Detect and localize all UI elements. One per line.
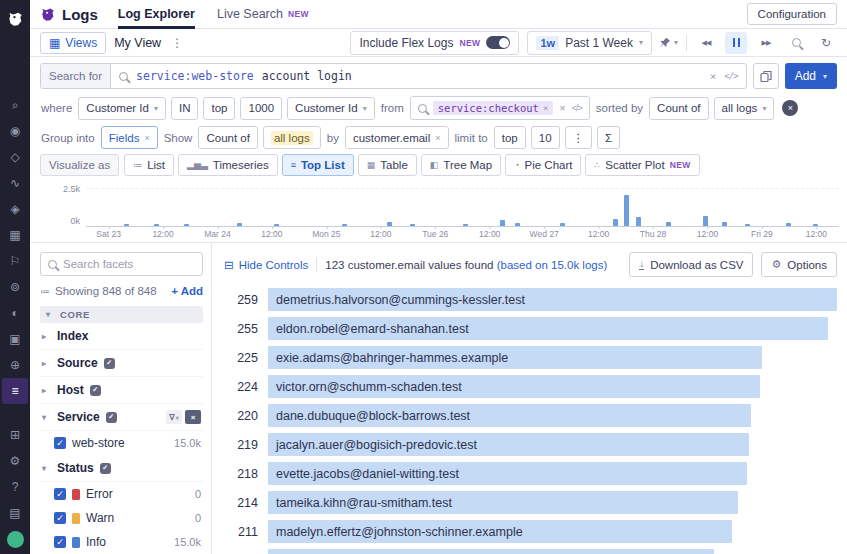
configuration-button[interactable]: Configuration xyxy=(747,3,837,25)
top-count-input[interactable]: 1000 xyxy=(240,97,282,120)
timeline-chart[interactable]: 2.5k 0k Sat 2312:00Mar 2412:00Mon 2512:0… xyxy=(30,182,847,242)
datadog-logo-icon[interactable] xyxy=(0,6,30,30)
remove-subquery-button[interactable]: × xyxy=(782,100,798,116)
facet-service[interactable]: ▾ Service ✓ ∇▾ × xyxy=(40,404,203,431)
facet-index[interactable]: ▸ Index xyxy=(40,323,203,350)
checkbox-icon[interactable]: ✓ xyxy=(54,488,66,500)
dashboards-icon[interactable]: ▦ xyxy=(2,222,28,248)
query-token-text[interactable]: account login xyxy=(262,69,352,83)
view-menu-button[interactable]: ⋮ xyxy=(169,36,185,50)
add-button[interactable]: Add ▾ xyxy=(785,63,837,89)
facet-source[interactable]: ▸ Source ✓ xyxy=(40,350,203,377)
docs-icon[interactable]: ▤ xyxy=(2,500,28,526)
table-row[interactable]: 220dane.dubuque@block-barrows.test xyxy=(224,404,837,427)
table-row[interactable]: 218evette.jacobs@daniel-witting.test xyxy=(224,462,837,485)
checkbox-icon[interactable]: ✓ xyxy=(54,536,66,548)
refresh-button[interactable]: ↻ xyxy=(815,32,837,54)
infrastructure-icon[interactable]: ◇ xyxy=(2,144,28,170)
based-on-link[interactable]: (based on 15.0k logs) xyxy=(497,259,608,271)
facet-value-row[interactable]: ✓web-store15.0k xyxy=(40,431,203,455)
metrics-icon[interactable]: ∿ xyxy=(2,170,28,196)
skip-back-button[interactable]: ◀◀ xyxy=(695,32,717,54)
search-input[interactable]: service:web-store account login × </> xyxy=(111,64,746,88)
viz-option-timeseries[interactable]: ▂▅▃Timeseries xyxy=(178,154,278,176)
facet-value-row[interactable]: ✓Error0 xyxy=(40,482,203,506)
measure-aggregation-select[interactable]: Count of xyxy=(198,126,257,149)
limit-direction-select[interactable]: top xyxy=(494,126,526,149)
add-facet-button[interactable]: + Add xyxy=(171,285,203,297)
sort-aggregation-select[interactable]: Count of xyxy=(649,97,708,120)
download-csv-button[interactable]: ↓ Download as CSV xyxy=(629,252,753,277)
viz-option-list[interactable]: ≔List xyxy=(124,154,174,176)
watchdog-icon[interactable]: ◉ xyxy=(2,118,28,144)
settings-icon[interactable]: ⚙ xyxy=(2,448,28,474)
user-avatar[interactable] xyxy=(7,531,24,548)
measure-target-select[interactable]: all logs xyxy=(263,126,321,149)
options-button[interactable]: ⚙ Options xyxy=(761,252,837,277)
table-row[interactable]: 219jacalyn.auer@bogisich-predovic.test xyxy=(224,433,837,456)
skip-forward-button[interactable]: ▶▶ xyxy=(755,32,777,54)
logs-icon[interactable]: ≡ xyxy=(2,378,28,404)
limit-value-select[interactable]: 10 xyxy=(531,126,560,149)
pin-view-button[interactable]: ▾ xyxy=(660,37,678,48)
remove-icon[interactable]: × xyxy=(144,133,149,143)
pause-button[interactable] xyxy=(725,32,747,54)
facet-search-input[interactable]: Search facets xyxy=(40,252,203,276)
apm-icon[interactable]: ◈ xyxy=(2,196,28,222)
where-field-select[interactable]: Customer Id▾ xyxy=(78,97,166,120)
clear-subquery-icon[interactable]: × xyxy=(559,102,565,114)
monitors-icon[interactable]: ⚐ xyxy=(2,248,28,274)
sort-target-select[interactable]: all logs▾ xyxy=(714,97,775,120)
viz-option-table[interactable]: ▦Table xyxy=(358,154,417,176)
integrations-icon[interactable]: ⊞ xyxy=(2,422,28,448)
chart-plot[interactable] xyxy=(86,188,839,227)
table-row[interactable]: dannie.wundt@nolan-hagenes.example xyxy=(224,549,837,554)
clear-filter-icon[interactable]: × xyxy=(185,410,201,424)
query-token-service[interactable]: service:web-store xyxy=(136,69,254,83)
checkbox-icon[interactable]: ✓ xyxy=(54,437,66,449)
help-icon[interactable]: ? xyxy=(2,474,28,500)
facet-host[interactable]: ▸ Host ✓ xyxy=(40,377,203,404)
table-row[interactable]: 211madelyn.effertz@johnston-schinner.exa… xyxy=(224,520,837,543)
subquery-field-select[interactable]: Customer Id▾ xyxy=(287,97,375,120)
operator-select[interactable]: IN xyxy=(171,97,199,120)
facet-value-row[interactable]: ✓Info15.0k xyxy=(40,530,203,554)
remove-token-icon[interactable]: × xyxy=(543,103,548,113)
table-row[interactable]: 259demetrius.halvorson@cummings-kessler.… xyxy=(224,288,837,311)
remove-icon[interactable]: × xyxy=(435,133,440,143)
code-view-icon[interactable]: </> xyxy=(572,103,582,113)
group-options-button[interactable]: ⋮ xyxy=(565,126,593,149)
filter-icon[interactable]: ∇▾ xyxy=(166,410,182,424)
top-direction-select[interactable]: top xyxy=(203,97,235,120)
zoom-button[interactable] xyxy=(785,32,807,54)
sigma-button[interactable]: Σ xyxy=(597,126,620,149)
facet-group-core[interactable]: ▾ CORE xyxy=(40,306,203,323)
hide-controls-button[interactable]: ⊟ Hide Controls xyxy=(224,258,308,272)
copy-query-button[interactable] xyxy=(753,63,779,89)
facet-value-row[interactable]: ✓Warn0 xyxy=(40,506,203,530)
viz-option-tree-map[interactable]: ◧Tree Map xyxy=(421,154,501,176)
tab-live-search[interactable]: Live Search NEW xyxy=(217,0,309,29)
views-button[interactable]: ▦ Views xyxy=(40,32,106,54)
security-icon[interactable]: ▣ xyxy=(2,326,28,352)
time-range-picker[interactable]: 1w Past 1 Week ▾ xyxy=(527,31,652,55)
subquery-search-input[interactable]: service:checkout× × </> xyxy=(410,96,590,120)
flex-logs-control[interactable]: Include Flex Logs NEW xyxy=(350,31,519,55)
viz-option-scatter-plot[interactable]: ∴Scatter PlotNEW xyxy=(585,154,699,176)
viz-option-pie-chart[interactable]: ◔Pie Chart xyxy=(505,154,581,176)
facet-status[interactable]: ▾ Status ✓ xyxy=(40,455,203,482)
checkbox-icon[interactable]: ✓ xyxy=(54,512,66,524)
flex-logs-toggle[interactable] xyxy=(486,36,510,49)
tab-log-explorer[interactable]: Log Explorer xyxy=(118,0,195,29)
table-row[interactable]: 225exie.adams@bahringer-hammes.example xyxy=(224,346,837,369)
subquery-token[interactable]: service:checkout× xyxy=(433,101,554,115)
synthetics-icon[interactable]: ⊚ xyxy=(2,274,28,300)
table-row[interactable]: 224victor.orn@schumm-schaden.test xyxy=(224,375,837,398)
table-row[interactable]: 214tameika.kihn@rau-smitham.test xyxy=(224,491,837,514)
viz-option-top-list[interactable]: ≡Top List xyxy=(282,154,354,176)
code-view-icon[interactable]: </> xyxy=(724,71,737,81)
search-icon[interactable]: ⌕ xyxy=(2,92,28,118)
group-by-field-token[interactable]: customer.email× xyxy=(345,126,449,149)
clear-search-icon[interactable]: × xyxy=(710,70,717,83)
ci-icon[interactable]: ⊕ xyxy=(2,352,28,378)
